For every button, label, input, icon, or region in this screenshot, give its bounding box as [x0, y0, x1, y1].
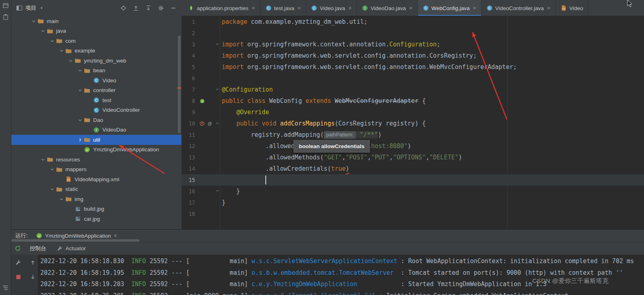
edit-configuration-button[interactable] — [15, 259, 22, 266]
tree-item-example[interactable]: example — [11, 46, 181, 56]
gutter-line-3[interactable]: 3 — [181, 39, 220, 50]
run-config-tab[interactable]: YmztingDmWebApplication × — [36, 232, 117, 239]
tree-item-VideoController[interactable]: CVideoController — [11, 105, 181, 115]
gutter-line-8[interactable]: 8 — [181, 95, 220, 107]
tree-item-com[interactable]: com — [11, 36, 181, 46]
clipboard-icon[interactable] — [2, 14, 9, 20]
tree-item-Dao[interactable]: Dao — [11, 115, 181, 125]
locate-icon[interactable] — [120, 5, 127, 11]
close-tab-icon[interactable]: × — [348, 5, 352, 11]
console-segment: 25592 --- [ main] — [146, 280, 252, 288]
gutter-line-4[interactable]: 4 — [181, 50, 220, 61]
tree-item-VideoMapping.xml[interactable]: <>VideoMapping.xml — [11, 174, 181, 184]
chevron-down-icon[interactable] — [50, 39, 54, 43]
chevron-right-icon[interactable] — [78, 138, 82, 142]
override-marker-icon[interactable] — [199, 120, 205, 127]
gutter-line-15[interactable]: 15 — [181, 174, 220, 186]
tree-item-mappers[interactable]: mappers — [11, 165, 181, 175]
tab-console[interactable]: 控制台 — [28, 245, 48, 252]
close-tab-icon[interactable]: × — [298, 5, 301, 11]
console-output[interactable]: 2022-12-20 16:58:18.830 INFO 25592 --- [… — [40, 255, 644, 295]
editor-tab-application.properties[interactable]: application.properties× — [183, 0, 261, 16]
gutter-line-5[interactable]: 5 — [181, 61, 220, 73]
editor-tab-test.java[interactable]: Ctest.java× — [261, 0, 306, 16]
editor-tab-VideoDao.java[interactable]: IVideoDao.java× — [357, 0, 418, 16]
settings-icon[interactable] — [158, 5, 164, 11]
editor-tab-VideoController.java[interactable]: CVideoController.java× — [481, 0, 556, 16]
tool-window-icon[interactable] — [16, 5, 23, 11]
fold-marker-icon[interactable] — [215, 87, 219, 91]
gutter-line-11[interactable]: 11 — [181, 129, 220, 140]
gutter-line-6[interactable]: 6 — [181, 73, 220, 84]
spring-bean-icon[interactable] — [199, 98, 205, 104]
close-tab-icon[interactable]: × — [473, 5, 476, 11]
gutter-line-2[interactable]: 2 — [181, 27, 220, 39]
collapse-all-icon[interactable] — [133, 5, 139, 11]
editor-gutter[interactable]: 12345678910@1112131415161718 — [181, 16, 220, 220]
close-tab-icon[interactable]: × — [252, 5, 255, 11]
tree-item-VideoDao[interactable]: IVideoDao — [11, 125, 181, 135]
tree-item-car.jpg[interactable]: car.jpg — [11, 214, 181, 224]
tree-item-Video[interactable]: CVideo — [11, 75, 181, 86]
stop-button[interactable] — [15, 273, 22, 280]
chevron-down-icon[interactable] — [78, 68, 82, 73]
chevron-down-icon[interactable] — [50, 167, 54, 172]
editor-tab-WebConfig.java[interactable]: CWebConfig.java× — [418, 0, 481, 16]
gutter-line-1[interactable]: 1 — [181, 16, 220, 27]
gutter-line-16[interactable]: 16 — [181, 186, 220, 197]
chevron-down-icon[interactable] — [31, 19, 36, 23]
tree-item-java[interactable]: java — [11, 26, 181, 36]
editor-tab-Video.java[interactable]: CVideo.java× — [306, 0, 357, 16]
code-editor[interactable]: 12345678910@1112131415161718 package com… — [181, 16, 644, 229]
tree-item-static[interactable]: static — [11, 184, 181, 195]
editor-tab-label: Video — [569, 5, 583, 11]
tree-item-label: img — [75, 196, 83, 202]
tree-item-test[interactable]: Ctest — [11, 95, 181, 105]
code-content[interactable]: package com.example.ymzting_dm_web.util;… — [222, 16, 644, 220]
chevron-down-icon[interactable] — [59, 197, 64, 201]
gutter-line-17[interactable]: 17 — [181, 197, 220, 208]
fold-marker-icon[interactable] — [215, 121, 219, 125]
gutter-line-13[interactable]: 13 — [181, 152, 220, 163]
chevron-down-icon[interactable] — [41, 29, 45, 33]
tree-item-YmztingDmWebApplication[interactable]: YmztingDmWebApplication — [11, 145, 181, 155]
fold-marker-icon[interactable] — [215, 189, 219, 193]
chevron-down-icon[interactable] — [69, 59, 73, 63]
run-tab-scrollbar[interactable] — [11, 239, 140, 242]
close-icon[interactable]: × — [114, 232, 117, 239]
gutter-line-9[interactable]: 9 — [181, 107, 220, 118]
tree-item-img[interactable]: img — [11, 194, 181, 204]
up-stack-trace-button[interactable] — [29, 259, 36, 266]
gutter-line-18[interactable]: 18 — [181, 208, 220, 220]
gutter-line-7[interactable]: 7 — [181, 84, 220, 95]
tree-item-ymzting_dm_web[interactable]: ymzting_dm_web — [11, 56, 181, 66]
tree-item-main[interactable]: main — [11, 16, 181, 26]
tab-actuator[interactable]: Actuator — [55, 245, 88, 252]
tree-item-controller[interactable]: controller — [11, 86, 181, 96]
chevron-down-icon[interactable] — [50, 187, 54, 191]
chevron-down-icon[interactable] — [78, 118, 82, 122]
close-tab-icon[interactable]: × — [547, 5, 550, 11]
chevron-down-icon[interactable] — [41, 157, 45, 162]
expand-all-icon[interactable] — [145, 5, 152, 11]
annotation-at-icon[interactable]: @ — [206, 120, 213, 127]
chevron-down-icon[interactable] — [78, 88, 82, 92]
gutter-line-14[interactable]: 14 — [181, 163, 220, 174]
editor-tab-Video[interactable]: <>Video — [556, 0, 588, 16]
tree-item-resources[interactable]: resources — [11, 155, 181, 165]
window-icon[interactable] — [2, 2, 9, 9]
gutter-line-12[interactable]: 12 — [181, 140, 220, 152]
down-stack-trace-button[interactable] — [29, 273, 36, 280]
structure-icon[interactable] — [2, 285, 8, 291]
hide-panel-icon[interactable] — [170, 5, 177, 11]
rerun-button[interactable] — [15, 245, 21, 252]
tree-item-util[interactable]: util — [11, 135, 181, 145]
gutter-line-10[interactable]: 10@ — [181, 118, 220, 129]
tree-item-build.jpg[interactable]: build.jpg — [11, 204, 181, 214]
caret-down-icon[interactable] — [38, 5, 45, 11]
chevron-down-icon[interactable] — [59, 48, 64, 53]
tree-scrollbar[interactable] — [178, 36, 181, 133]
fold-marker-icon[interactable] — [215, 42, 219, 46]
close-tab-icon[interactable]: × — [409, 5, 413, 11]
tree-item-bean[interactable]: bean — [11, 66, 181, 76]
